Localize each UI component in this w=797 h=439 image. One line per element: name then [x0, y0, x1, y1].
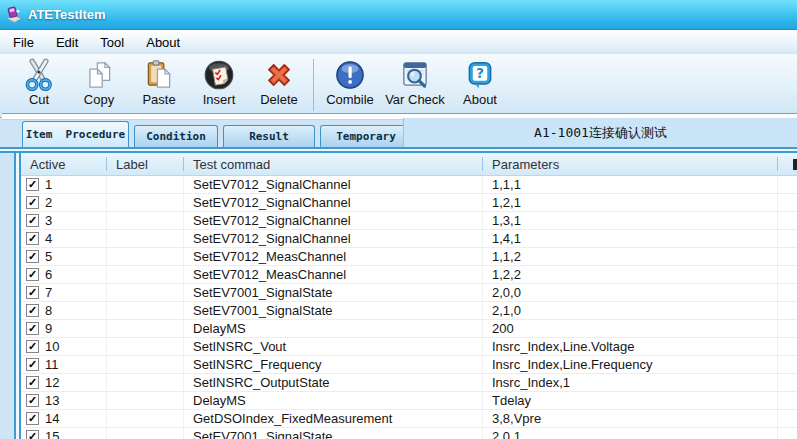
parameters-cell: Insrc_Index,1: [483, 374, 778, 391]
label-cell: [107, 428, 184, 439]
table-row[interactable]: ✓ 14 GetDSOIndex_FixedMeasurement 3,8,Vp…: [21, 410, 797, 428]
parameters-cell: Tdelay: [483, 392, 778, 409]
cut-button[interactable]: Cut: [9, 58, 69, 107]
active-checkbox[interactable]: ✓: [26, 412, 39, 425]
row-number: 11: [45, 357, 59, 372]
tab-result[interactable]: Result: [223, 125, 315, 147]
active-cell: ✓ 3: [21, 212, 107, 229]
paste-button[interactable]: Paste: [129, 58, 189, 107]
clipped-header-glyph: [793, 159, 797, 170]
command-cell: SetEV7012_SignalChannel: [184, 212, 483, 229]
test-step-grid: Active Label Test commad Parameters ✓ 1 …: [21, 153, 797, 439]
table-row[interactable]: ✓ 8 SetEV7001_SignalState 2,1,0: [21, 302, 797, 320]
active-cell: ✓ 15: [21, 428, 107, 439]
title-bar: ATETestItem: [0, 0, 797, 30]
active-checkbox[interactable]: ✓: [26, 196, 39, 209]
compile-button[interactable]: Combile: [320, 58, 380, 107]
table-row[interactable]: ✓ 12 SetINSRC_OutputState Insrc_Index,1: [21, 374, 797, 392]
parameters-cell: 2,1,0: [483, 302, 778, 319]
menu-tool[interactable]: Tool: [89, 32, 135, 53]
label-cell: [107, 176, 184, 193]
toolbar-separator: [313, 59, 314, 111]
header-clipped-column: [778, 153, 797, 175]
label-cell: [107, 248, 184, 265]
delete-button[interactable]: Delete: [249, 58, 309, 107]
table-row[interactable]: ✓ 10 SetINSRC_Vout Insrc_Index,Line.Volt…: [21, 338, 797, 356]
active-cell: ✓ 5: [21, 248, 107, 265]
active-cell: ✓ 14: [21, 410, 107, 427]
tab-condition[interactable]: Condition: [134, 125, 218, 147]
table-row[interactable]: ✓ 3 SetEV7012_SignalChannel 1,3,1: [21, 212, 797, 230]
command-cell: DelayMS: [184, 320, 483, 337]
active-checkbox[interactable]: ✓: [26, 358, 39, 371]
clipped-cell: [778, 212, 797, 229]
table-row[interactable]: ✓ 7 SetEV7001_SignalState 2,0,0: [21, 284, 797, 302]
active-checkbox[interactable]: ✓: [26, 250, 39, 263]
active-cell: ✓ 7: [21, 284, 107, 301]
table-row[interactable]: ✓ 5 SetEV7012_MeasChannel 1,1,2: [21, 248, 797, 266]
parameters-cell: 1,1,2: [483, 248, 778, 265]
command-cell: SetEV7001_SignalState: [184, 284, 483, 301]
active-checkbox[interactable]: ✓: [26, 376, 39, 389]
menu-edit[interactable]: Edit: [45, 32, 89, 53]
active-cell: ✓ 11: [21, 356, 107, 373]
label-cell: [107, 266, 184, 283]
menu-bar: File Edit Tool About: [0, 30, 797, 54]
command-cell: SetEV7001_SignalState: [184, 302, 483, 319]
active-cell: ✓ 1: [21, 176, 107, 193]
active-checkbox[interactable]: ✓: [26, 232, 39, 245]
label-cell: [107, 392, 184, 409]
svg-text:?: ?: [476, 65, 484, 81]
table-row[interactable]: ✓ 4 SetEV7012_SignalChannel 1,4,1: [21, 230, 797, 248]
clipped-cell: [778, 266, 797, 283]
app-icon: [5, 6, 23, 24]
active-checkbox[interactable]: ✓: [26, 430, 39, 439]
tab-temporary[interactable]: Temporary: [320, 125, 412, 147]
label-cell: [107, 320, 184, 337]
scissors-icon: [22, 58, 56, 92]
parameters-cell: 2,0,0: [483, 284, 778, 301]
row-number: 2: [45, 195, 52, 210]
table-row[interactable]: ✓ 1 SetEV7012_SignalChannel 1,1,1: [21, 176, 797, 194]
parameters-cell: Insrc_Index,Line.Voltage: [483, 338, 778, 355]
active-checkbox[interactable]: ✓: [26, 178, 39, 191]
parameters-cell: 200: [483, 320, 778, 337]
active-cell: ✓ 6: [21, 266, 107, 283]
table-row[interactable]: ✓ 2 SetEV7012_SignalChannel 1,2,1: [21, 194, 797, 212]
tab-item-procedure[interactable]: Item Procedure: [22, 121, 129, 147]
command-cell: SetINSRC_Vout: [184, 338, 483, 355]
table-row[interactable]: ✓ 11 SetINSRC_Frequency Insrc_Index,Line…: [21, 356, 797, 374]
label-cell: [107, 212, 184, 229]
insert-button[interactable]: Insert: [189, 58, 249, 107]
active-checkbox[interactable]: ✓: [26, 268, 39, 281]
clipped-cell: [778, 392, 797, 409]
row-number: 6: [45, 267, 52, 282]
table-row[interactable]: ✓ 15 SetEV7001_SignalState 2,0,1: [21, 428, 797, 439]
parameters-cell: 2,0,1: [483, 428, 778, 439]
menu-file[interactable]: File: [2, 32, 45, 53]
active-checkbox[interactable]: ✓: [26, 394, 39, 407]
compile-icon: [333, 58, 367, 92]
active-checkbox[interactable]: ✓: [26, 304, 39, 317]
label-cell: [107, 410, 184, 427]
table-row[interactable]: ✓ 6 SetEV7012_MeasChannel 1,2,2: [21, 266, 797, 284]
about-button[interactable]: ? About: [450, 58, 510, 107]
var-check-button[interactable]: Var Check: [380, 58, 450, 107]
parameters-cell: Insrc_Index,Line.Frequency: [483, 356, 778, 373]
active-cell: ✓ 13: [21, 392, 107, 409]
menu-about[interactable]: About: [135, 32, 191, 53]
tool-label: Cut: [29, 92, 49, 107]
active-checkbox[interactable]: ✓: [26, 322, 39, 335]
command-cell: SetEV7012_SignalChannel: [184, 194, 483, 211]
table-row[interactable]: ✓ 9 DelayMS 200: [21, 320, 797, 338]
command-cell: SetEV7012_SignalChannel: [184, 230, 483, 247]
copy-button[interactable]: Copy: [69, 58, 129, 107]
active-checkbox[interactable]: ✓: [26, 340, 39, 353]
clipped-cell: [778, 248, 797, 265]
row-number: 5: [45, 249, 52, 264]
active-checkbox[interactable]: ✓: [26, 214, 39, 227]
active-checkbox[interactable]: ✓: [26, 286, 39, 299]
table-row[interactable]: ✓ 13 DelayMS Tdelay: [21, 392, 797, 410]
row-number: 1: [45, 177, 52, 192]
label-cell: [107, 374, 184, 391]
